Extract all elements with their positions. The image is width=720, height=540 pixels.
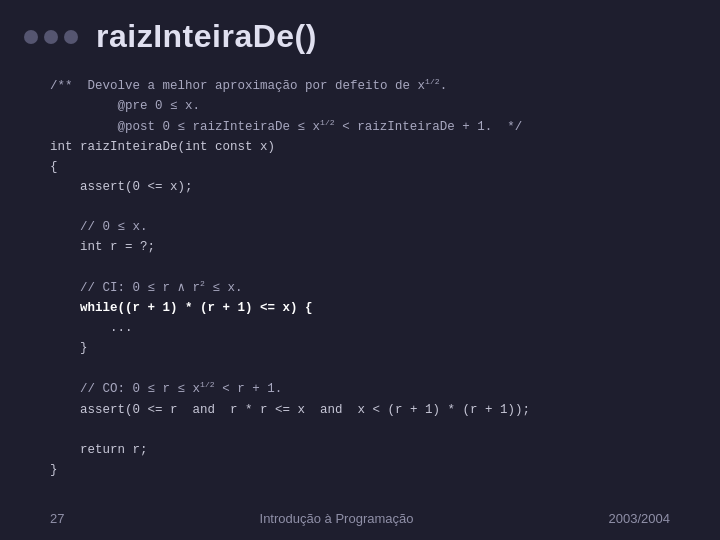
code-line-close-while: } [50, 338, 670, 358]
code-line-comment3: @post 0 ≤ raizInteiraDe ≤ x1/2 < raizInt… [50, 116, 670, 137]
code-content: /** Devolve a melhor aproximação por def… [0, 65, 720, 501]
footer: 27 Introdução à Programação 2003/2004 [0, 501, 720, 540]
code-line-blank2 [50, 257, 670, 277]
code-line-blank3 [50, 358, 670, 378]
dot-1 [24, 30, 38, 44]
code-line-blank4 [50, 420, 670, 440]
code-line-comment2b: // 0 ≤ x. [50, 217, 670, 237]
code-line-return: return r; [50, 440, 670, 460]
code-line-init: int r = ?; [50, 237, 670, 257]
code-line-while: while((r + 1) * (r + 1) <= x) { [50, 298, 670, 318]
code-line-decl: int raizInteiraDe(int const x) [50, 137, 670, 157]
dot-3 [64, 30, 78, 44]
code-line-close: } [50, 460, 670, 480]
code-line-comment2: @pre 0 ≤ x. [50, 96, 670, 116]
course-title: Introdução à Programação [260, 511, 414, 526]
code-line-ellipsis: ... [50, 318, 670, 338]
code-line-comment3b: // CI: 0 ≤ r ∧ r2 ≤ x. [50, 277, 670, 298]
dot-2 [44, 30, 58, 44]
code-line-comment4: // CO: 0 ≤ r ≤ x1/2 < r + 1. [50, 378, 670, 399]
code-line-assert2: assert(0 <= r and r * r <= x and x < (r … [50, 400, 670, 420]
code-line-assert1: assert(0 <= x); [50, 177, 670, 197]
page-number: 27 [50, 511, 64, 526]
slide-title: raizInteiraDe() [96, 18, 317, 55]
code-line-comment1: /** Devolve a melhor aproximação por def… [50, 75, 670, 96]
code-line-open: { [50, 157, 670, 177]
year: 2003/2004 [609, 511, 670, 526]
code-block: /** Devolve a melhor aproximação por def… [50, 75, 670, 480]
window-dots [24, 30, 78, 44]
slide: raizInteiraDe() /** Devolve a melhor apr… [0, 0, 720, 540]
header: raizInteiraDe() [0, 0, 720, 65]
code-line-blank1 [50, 197, 670, 217]
